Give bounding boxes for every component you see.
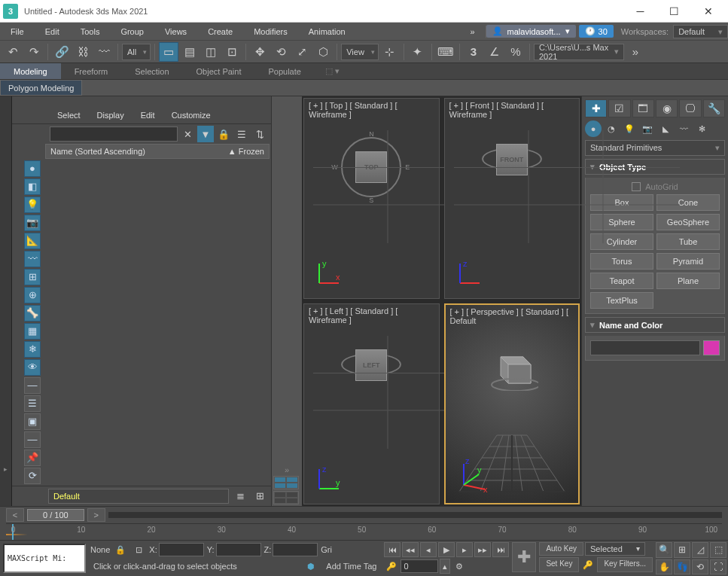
time-prev-button[interactable]: <: [6, 508, 24, 522]
viewport-front[interactable]: [ + ] [ Front ] [ Standard ] [ Wireframe…: [444, 98, 580, 299]
workspace-selector[interactable]: Default: [673, 25, 728, 38]
autokey-button[interactable]: Auto Key: [539, 542, 583, 556]
nav-pan-icon[interactable]: ✋: [656, 559, 672, 575]
select-move-button[interactable]: ✥: [250, 42, 270, 62]
minimize-button[interactable]: ─: [623, 0, 657, 23]
filter-helpers-icon[interactable]: 📐: [24, 233, 41, 249]
filter-lights-icon[interactable]: 💡: [24, 197, 41, 213]
layout-quad[interactable]: [273, 476, 299, 489]
viewcube-3d[interactable]: [486, 346, 538, 392]
select-scale-button[interactable]: ⤢: [292, 42, 312, 62]
expand-icon[interactable]: ▸: [2, 465, 11, 474]
time-config-icon[interactable]: ⚙: [452, 559, 467, 574]
layer-add-icon[interactable]: ⊞: [251, 488, 268, 504]
rect-select-button[interactable]: ◫: [201, 42, 221, 62]
user-account[interactable]: 👤 malavidasoft... ▾: [486, 25, 576, 38]
explorer-column-header[interactable]: Name (Sorted Ascending) ▲ Frozen: [45, 144, 270, 158]
explorer-tree[interactable]: [45, 159, 271, 486]
filter-container-icon[interactable]: ▦: [24, 323, 41, 340]
key-mode-icon[interactable]: 🔑: [384, 559, 399, 574]
obj-torus-button[interactable]: Torus: [590, 253, 653, 270]
menu-create[interactable]: Create: [197, 23, 243, 40]
selection-filter[interactable]: All: [122, 44, 151, 60]
y-coord-input[interactable]: [216, 543, 261, 556]
x-coord-input[interactable]: [159, 543, 204, 556]
time-slider-track[interactable]: [108, 512, 722, 518]
cmd-tab-hierarchy[interactable]: 🗔: [632, 99, 654, 117]
left-dock-handle[interactable]: ▸: [0, 96, 12, 506]
frame-spinner[interactable]: ▴: [440, 559, 450, 574]
keyboard-shortcut-button[interactable]: ⌨: [436, 42, 455, 62]
obj-textplus-button[interactable]: TextPlus: [590, 292, 653, 309]
filter-groups-icon[interactable]: ⊞: [24, 269, 41, 285]
play-button[interactable]: ▶: [438, 542, 455, 557]
viewport-left[interactable]: [ + ] [ Left ] [ Standard ] [ Wireframe …: [303, 303, 440, 504]
ribbon-tab-objectpaint[interactable]: Object Paint: [183, 63, 255, 79]
nav-maximize-icon[interactable]: ⛶: [710, 559, 726, 575]
object-color-swatch[interactable]: [703, 340, 720, 355]
nav-zoomregion-icon[interactable]: ⬚: [710, 542, 726, 558]
undo-button[interactable]: ↶: [3, 42, 23, 62]
next-key-button[interactable]: ▸: [456, 542, 473, 557]
keyfilters-button[interactable]: Key Filters...: [597, 557, 653, 572]
sort-icon[interactable]: ⇅: [251, 126, 268, 142]
explorer-menu-select[interactable]: Select: [50, 111, 88, 120]
filter-bone-icon[interactable]: 🦴: [24, 305, 41, 322]
filter-icon[interactable]: ▼: [197, 126, 214, 142]
obj-teapot-button[interactable]: Teapot: [590, 273, 653, 289]
project-path[interactable]: C:\Users\U...s Max 2021: [534, 44, 624, 60]
filter-cameras-icon[interactable]: 📷: [24, 215, 41, 231]
viewport-label[interactable]: [ + ] [ Left ] [ Standard ] [ Wireframe …: [304, 304, 439, 327]
col-name[interactable]: Name (Sorted Ascending): [50, 147, 228, 156]
time-ruler[interactable]: 0 10 20 30 40 50 60 70 80 90 100: [6, 523, 722, 540]
time-next-button[interactable]: >: [87, 508, 105, 522]
filter-xrefs-icon[interactable]: ⊕: [24, 287, 41, 303]
select-by-name-button[interactable]: ▤: [180, 42, 200, 62]
filter-spacewarps-icon[interactable]: 〰: [24, 251, 41, 267]
cmd-tab-utilities[interactable]: 🔧: [703, 99, 725, 117]
current-frame-input[interactable]: [401, 559, 438, 573]
ribbon-collapse-icon[interactable]: ⬚ ▾: [321, 66, 344, 76]
cmd-tab-display[interactable]: 🖵: [679, 99, 701, 117]
viewport-label[interactable]: [ + ] [ Top ] [ Standard ] [ Wireframe ]: [304, 99, 439, 121]
window-crossing-button[interactable]: ⊡: [222, 42, 242, 62]
filter-pin-icon[interactable]: 📌: [24, 450, 41, 466]
filter-shapes-icon[interactable]: ◧: [24, 178, 41, 195]
cmd-tab-motion[interactable]: ◉: [656, 99, 678, 117]
obj-pyramid-button[interactable]: Pyramid: [656, 253, 720, 270]
explorer-search-input[interactable]: [50, 126, 178, 142]
next-frame-button[interactable]: ▸▸: [474, 542, 491, 557]
nav-walk-icon[interactable]: 👣: [674, 559, 690, 575]
keyfilter-selected[interactable]: Selected: [585, 542, 645, 556]
rollout-name-color[interactable]: Name and Color: [585, 317, 725, 333]
key-icon[interactable]: 🔑: [580, 557, 595, 572]
cmd-tab-modify[interactable]: ☑: [608, 99, 630, 117]
menu-group[interactable]: Group: [110, 23, 154, 40]
viewport-label[interactable]: [ + ] [ Perspective ] [ Standard ] [ Def…: [446, 305, 579, 328]
select-place-button[interactable]: ⬡: [313, 42, 333, 62]
bind-spacewarp-button[interactable]: 〰: [94, 42, 114, 62]
explorer-menu-edit[interactable]: Edit: [133, 111, 163, 120]
isolate-icon[interactable]: ⊡: [131, 542, 146, 557]
col-frozen[interactable]: ▲ Frozen: [228, 147, 264, 156]
menu-more-icon[interactable]: »: [459, 23, 485, 40]
cat-systems-icon[interactable]: ✻: [693, 120, 710, 137]
view-mode-icon[interactable]: ☰: [233, 126, 250, 142]
z-coord-input[interactable]: [273, 543, 318, 556]
filter-sync-icon[interactable]: ⟳: [24, 468, 41, 484]
menu-modifiers[interactable]: Modifiers: [243, 23, 298, 40]
nav-orbit-icon[interactable]: ⟲: [692, 559, 708, 575]
maxscript-listener[interactable]: MAXScript Mi:: [3, 544, 86, 573]
redo-button[interactable]: ↷: [24, 42, 44, 62]
link-button[interactable]: 🔗: [52, 42, 72, 62]
viewport-top[interactable]: [ + ] [ Top ] [ Standard ] [ Wireframe ]…: [303, 98, 440, 299]
vp-more-icon[interactable]: »: [273, 465, 300, 474]
layer-selector[interactable]: Default: [48, 489, 229, 504]
frame-indicator[interactable]: 0 / 100: [27, 509, 84, 521]
obj-plane-button[interactable]: Plane: [656, 273, 720, 289]
goto-end-button[interactable]: ⏭: [492, 542, 509, 557]
select-rotate-button[interactable]: ⟲: [271, 42, 291, 62]
layer-stack-icon[interactable]: ≣: [232, 488, 248, 504]
setkey-button[interactable]: Set Key: [539, 557, 579, 572]
ref-coord-dropdown[interactable]: View: [341, 44, 379, 60]
